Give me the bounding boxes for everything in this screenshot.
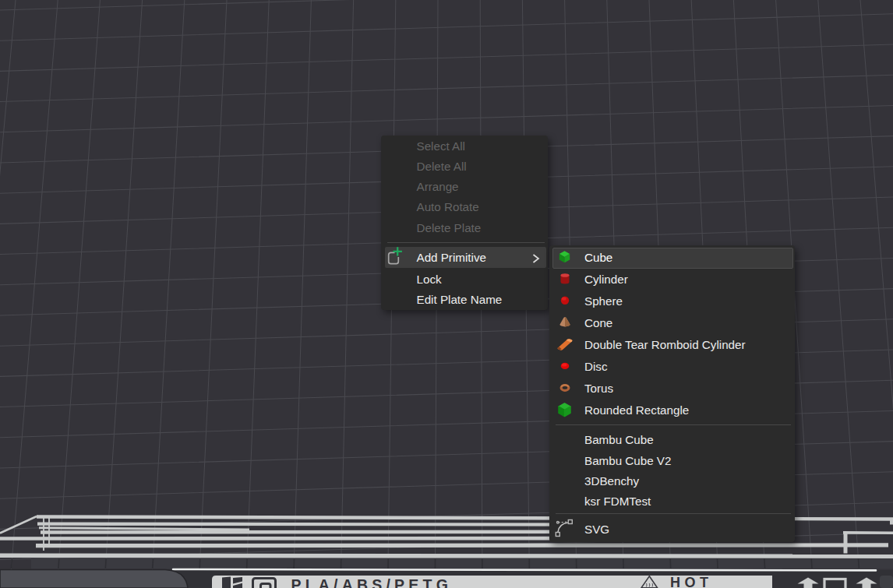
svg-text:PLA/ABS/PETG: PLA/ABS/PETG — [291, 576, 453, 588]
svg-text:HOT: HOT — [670, 575, 713, 588]
